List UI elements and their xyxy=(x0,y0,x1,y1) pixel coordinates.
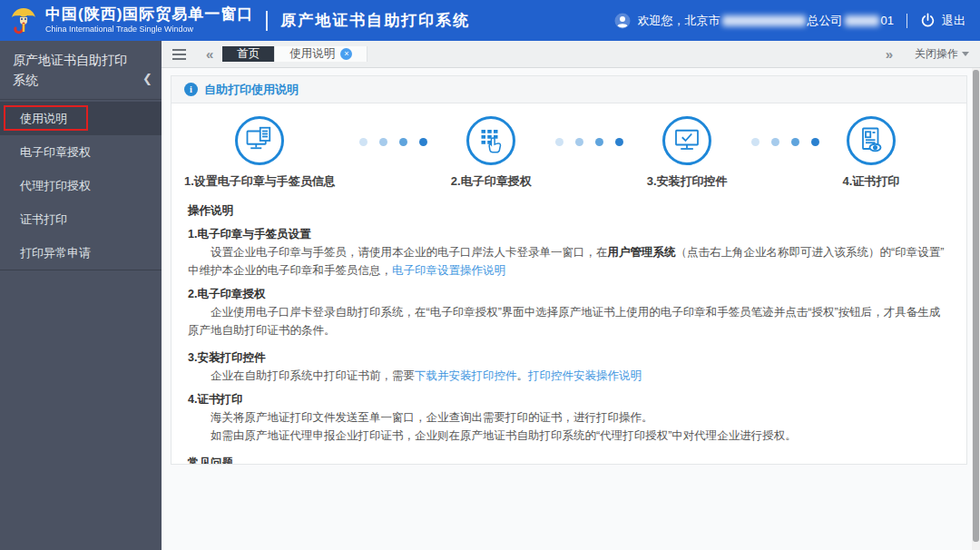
sidebar-item-label: 代理打印授权 xyxy=(20,179,91,192)
section-2-title: 2.电子印章授权 xyxy=(188,285,950,303)
step-connector-dots xyxy=(359,138,427,146)
step-label: 1.设置电子印章与手签员信息 xyxy=(184,173,336,190)
step-connector-dots xyxy=(555,138,623,146)
welcome-account-number: 01 xyxy=(881,14,894,27)
header-divider xyxy=(266,11,268,31)
usage-instructions-panel: i 自助打印使用说明 1.设置电子印章与手签员信息 xyxy=(171,75,967,465)
welcome-text: 欢迎您，北京市总公司01 xyxy=(638,13,894,29)
section-2-body: 企业使用电子口岸卡登录自助打印系统，在“电子印章授权”界面中选择原产地证书上使用… xyxy=(188,303,950,339)
redacted-account xyxy=(845,15,879,26)
tab-close-icon[interactable]: × xyxy=(340,48,352,60)
step-2: 2.电子印章授权 xyxy=(451,116,532,190)
tab-usage-instructions[interactable]: 使用说明 × xyxy=(274,46,368,62)
scroll-tabs-right-icon[interactable]: » xyxy=(877,41,902,68)
user-area: 欢迎您，北京市总公司01 退出 xyxy=(614,13,980,29)
tab-bar-right: » 关闭操作 xyxy=(877,41,980,67)
step-label: 4.证书打印 xyxy=(843,173,900,190)
sidebar-collapse-icon[interactable]: ❮ xyxy=(142,70,152,88)
section-1-body: 设置企业电子印章与手签员，请使用本企业的电子口岸法人卡登录单一窗口，在用户管理系… xyxy=(188,243,950,280)
sidebar-item-label: 证书打印 xyxy=(20,212,67,226)
sidebar-item-eseal-authorization[interactable]: 电子印章授权 xyxy=(0,135,162,169)
scroll-tabs-left-icon[interactable]: « xyxy=(197,41,222,68)
sidebar-item-print-exception-request[interactable]: 打印异常申请 xyxy=(0,236,162,270)
redacted-company-name xyxy=(722,15,806,26)
section-1-title: 1.电子印章与手签员设置 xyxy=(188,225,950,243)
monitor-check-icon xyxy=(662,116,711,165)
sidebar-item-usage-instructions[interactable]: 使用说明 xyxy=(0,102,162,135)
eseal-setup-guide-link[interactable]: 电子印章设置操作说明 xyxy=(392,264,505,277)
user-area-divider xyxy=(906,14,907,28)
close-operations-dropdown[interactable]: 关闭操作 xyxy=(915,46,969,62)
section-3-body: 企业在自助打印系统中打印证书前，需要下载并安装打印控件。打印控件安装操作说明 xyxy=(188,367,950,385)
power-icon[interactable] xyxy=(920,13,936,28)
tab-label: 首页 xyxy=(237,46,260,62)
step-connector-dots xyxy=(751,138,819,146)
content-area: i 自助打印使用说明 1.设置电子印章与手签员信息 xyxy=(162,68,980,550)
sidebar-item-agent-print-authorization[interactable]: 代理打印授权 xyxy=(0,169,162,202)
user-management-system-bold: 用户管理系统 xyxy=(608,246,676,259)
faq-heading: 常见问题 xyxy=(188,454,950,465)
close-operations-label: 关闭操作 xyxy=(915,47,958,60)
keypad-hand-icon xyxy=(466,116,515,165)
sidebar-item-label: 使用说明 xyxy=(20,112,67,125)
sidebar: 原产地证书自助打印系统 ❮ 使用说明 电子印章授权 代理打印授权 证书打印 打印… xyxy=(0,41,162,550)
control-install-guide-link[interactable]: 打印控件安装操作说明 xyxy=(528,369,642,382)
hamburger-icon[interactable] xyxy=(172,46,186,63)
sidebar-item-label: 打印异常申请 xyxy=(20,246,91,260)
steps-row: 1.设置电子印章与手签员信息 2.电子印章授权 xyxy=(172,103,966,194)
document-eye-icon xyxy=(847,116,896,165)
sidebar-item-label: 电子印章授权 xyxy=(20,145,91,159)
sidebar-nav: 使用说明 电子印章授权 代理打印授权 证书打印 打印异常申请 xyxy=(0,100,162,270)
tab-bar-left: « 首页 使用说明 × xyxy=(162,41,368,67)
instructions-text: 操作说明 1.电子印章与手签员设置 设置企业电子印章与手签员，请使用本企业的电子… xyxy=(172,194,966,465)
step-1: 1.设置电子印章与手签员信息 xyxy=(184,116,336,190)
sidebar-item-certificate-print[interactable]: 证书打印 xyxy=(0,202,162,236)
panel-title: 自助打印使用说明 xyxy=(204,82,299,98)
step-label: 3.安装打印控件 xyxy=(647,173,728,190)
info-icon: i xyxy=(184,83,198,96)
chevron-down-icon xyxy=(962,52,969,56)
welcome-prefix: 欢迎您，北京市 xyxy=(638,14,720,27)
vertical-scrollbar[interactable] xyxy=(972,68,980,550)
tab-bar: « 首页 使用说明 × » 关闭操作 xyxy=(162,41,980,68)
brand-block: 中国(陕西)国际贸易单一窗口 China International Trade… xyxy=(0,5,470,36)
sidebar-title-text: 原产地证书自助打印系统 xyxy=(13,53,127,87)
user-icon xyxy=(614,13,631,29)
step-3: 3.安装打印控件 xyxy=(647,116,728,190)
tab-label: 使用说明 xyxy=(289,46,335,62)
step-4: 4.证书打印 xyxy=(843,116,900,190)
section-4-line-2: 如需由原产地证代理申报企业打印证书，企业则在原产地证书自助打印系统的“代理打印授… xyxy=(188,427,950,445)
welcome-company-suffix: 总公司 xyxy=(808,14,843,27)
operations-heading: 操作说明 xyxy=(188,201,950,220)
monitor-document-icon xyxy=(235,116,284,165)
section-3-title: 3.安装打印控件 xyxy=(188,349,950,367)
app-title: 原产地证书自助打印系统 xyxy=(280,10,470,31)
tab-home[interactable]: 首页 xyxy=(222,46,274,62)
scrollbar-thumb[interactable] xyxy=(973,70,979,542)
step-label: 2.电子印章授权 xyxy=(451,173,532,190)
top-header: 中国(陕西)国际贸易单一窗口 China International Trade… xyxy=(0,0,980,41)
brand-title: 中国(陕西)国际贸易单一窗口 xyxy=(45,6,253,24)
section-4-title: 4.证书打印 xyxy=(188,390,950,408)
brand-text: 中国(陕西)国际贸易单一窗口 China International Trade… xyxy=(45,6,253,34)
brand-subtitle: China International Trade Single Window xyxy=(45,25,253,34)
sidebar-title: 原产地证书自助打印系统 ❮ xyxy=(0,41,162,100)
panel-header: i 自助打印使用说明 xyxy=(172,76,966,103)
logout-button[interactable]: 退出 xyxy=(942,13,965,29)
single-window-logo-icon xyxy=(9,5,38,36)
section-4-line-1: 海关将原产地证打印文件发送至单一窗口，企业查询出需要打印的证书，进行打印操作。 xyxy=(188,408,950,427)
download-install-control-link[interactable]: 下载并安装打印控件 xyxy=(415,369,517,382)
